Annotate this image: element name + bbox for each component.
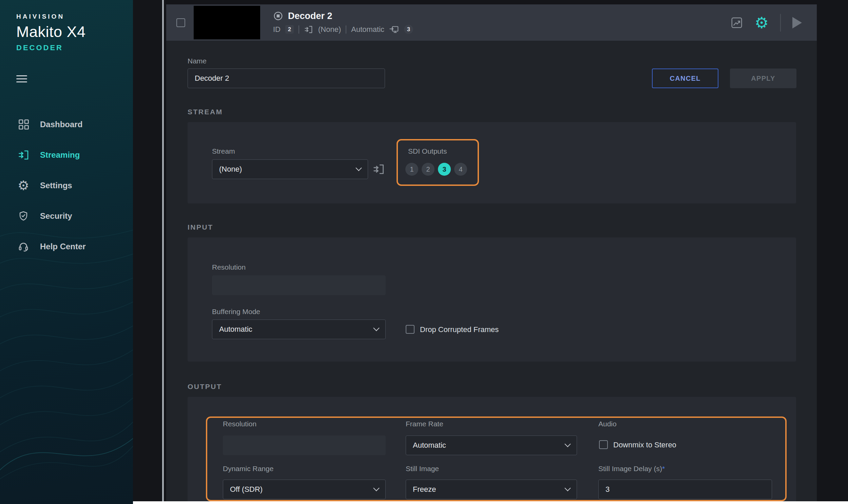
stream-icon <box>304 25 313 34</box>
drop-corrupted-frames-label: Drop Corrupted Frames <box>420 325 499 334</box>
chevron-down-icon <box>356 165 362 171</box>
sidebar-item-label: Dashboard <box>40 120 83 129</box>
dynamic-range-label: Dynamic Range <box>223 465 273 473</box>
id-label: ID <box>273 25 281 34</box>
dynamic-range-dropdown[interactable]: Off (SDR) <box>223 480 386 499</box>
output-section-heading: OUTPUT <box>187 382 222 391</box>
name-input[interactable] <box>187 69 385 88</box>
input-resolution-label: Resolution <box>212 263 246 271</box>
stream-link-icon <box>373 163 385 176</box>
input-section-panel: Resolution Buffering Mode Automatic Drop… <box>187 237 796 362</box>
settings-gear-icon: ⚙ <box>18 179 31 192</box>
still-image-delay-label-text: Still Image Delay (s) <box>598 465 662 472</box>
sdi-output-icon <box>389 24 399 35</box>
chevron-down-icon <box>564 485 571 491</box>
meta-divider <box>299 25 299 34</box>
makito-x4-app: HAIVISION Makito X4 DECODER Dashboard <box>0 0 848 504</box>
name-label: Name <box>187 57 206 65</box>
start-decoder-button[interactable] <box>792 17 802 29</box>
output-resolution-label: Resolution <box>223 420 256 428</box>
stream-select-dropdown[interactable]: (None) <box>212 159 368 179</box>
meta-divider <box>346 25 346 34</box>
shield-icon <box>18 210 31 222</box>
sdi-output-2-button[interactable]: 2 <box>422 163 434 176</box>
buffering-mode-label: Buffering Mode <box>212 308 260 316</box>
still-image-label: Still Image <box>406 465 439 473</box>
sidebar-item-dashboard[interactable]: Dashboard <box>0 109 133 140</box>
frame-rate-dropdown[interactable]: Automatic <box>406 435 577 455</box>
streaming-icon <box>18 148 31 161</box>
sidebar-item-label: Security <box>40 211 72 221</box>
sidebar-nav: Dashboard Streaming ⚙ Settings <box>0 109 133 262</box>
sidebar-item-security[interactable]: Security <box>0 201 133 231</box>
sidebar-item-settings[interactable]: ⚙ Settings <box>0 170 133 201</box>
input-resolution-field <box>212 275 386 295</box>
stream-select-label: Stream <box>212 147 235 155</box>
decoder-title: Decoder 2 <box>288 11 332 21</box>
headset-icon <box>18 240 31 253</box>
brand-product: Makito X4 <box>16 23 86 41</box>
output-count-badge: 3 <box>404 25 413 34</box>
page-bottom <box>133 501 848 504</box>
still-image-delay-input[interactable] <box>598 480 772 499</box>
annotation-sdi-outputs <box>397 139 479 186</box>
buffering-mode-dropdown[interactable]: Automatic <box>212 320 386 339</box>
brand-logo: HAIVISION Makito X4 DECODER <box>16 13 86 52</box>
still-image-dropdown[interactable]: Freeze <box>406 480 577 499</box>
input-section-heading: INPUT <box>187 223 213 231</box>
downmix-to-stereo-checkbox[interactable] <box>599 440 608 449</box>
gear-icon: ⚙ <box>755 15 769 31</box>
menu-toggle-button[interactable] <box>16 75 27 84</box>
frame-rate-value: Automatic <box>413 441 446 450</box>
sdi-outputs-group: 1 2 3 4 <box>405 163 467 176</box>
buffering-mode-value: Automatic <box>219 325 252 334</box>
sdi-output-1-button[interactable]: 1 <box>405 163 418 176</box>
sidebar-item-label: Settings <box>40 181 72 190</box>
video-thumbnail <box>194 6 260 39</box>
play-icon <box>792 17 802 29</box>
apply-button[interactable]: APPLY <box>730 69 796 88</box>
chevron-down-icon <box>373 325 379 331</box>
decoder-header-text: Decoder 2 ID 2 (None) Automatic <box>273 11 413 35</box>
chevron-down-icon <box>373 485 379 491</box>
sidebar-item-streaming[interactable]: Streaming <box>0 140 133 170</box>
chart-icon <box>730 16 743 29</box>
still-image-value: Freeze <box>413 485 436 494</box>
stream-section-panel: Stream (None) SDI Outputs 1 2 3 4 <box>187 122 796 203</box>
dynamic-range-value: Off (SDR) <box>230 485 263 494</box>
statistics-button[interactable] <box>730 16 743 29</box>
sidebar-item-label: Streaming <box>40 150 80 160</box>
sdi-output-4-button[interactable]: 4 <box>454 163 467 176</box>
scrollbar[interactable] <box>162 0 164 501</box>
stream-name: (None) <box>318 25 341 34</box>
sidebar-item-help-center[interactable]: Help Center <box>0 231 133 262</box>
id-badge: 2 <box>285 25 294 34</box>
still-image-delay-label: Still Image Delay (s)* <box>598 465 665 473</box>
brand-name: HAIVISION <box>16 13 86 20</box>
sidebar-item-label: Help Center <box>40 242 86 251</box>
decoder-header: Decoder 2 ID 2 (None) Automatic <box>166 4 817 41</box>
sidebar: HAIVISION Makito X4 DECODER Dashboard <box>0 0 133 504</box>
chevron-down-icon <box>564 441 571 447</box>
dashboard-icon <box>18 118 31 131</box>
stream-section-heading: STREAM <box>187 108 223 116</box>
audio-label: Audio <box>598 420 617 428</box>
decoder-meta: ID 2 (None) Automatic <box>273 24 413 35</box>
decoder-panel: Decoder 2 ID 2 (None) Automatic <box>166 4 817 504</box>
settings-button[interactable]: ⚙ <box>755 15 769 31</box>
decoder-header-actions: ⚙ <box>730 14 817 32</box>
header-actions-divider <box>780 14 781 32</box>
brand-subtitle: DECODER <box>16 43 86 52</box>
sdi-output-3-button[interactable]: 3 <box>438 163 451 176</box>
downmix-to-stereo-label: Downmix to Stereo <box>613 440 676 449</box>
required-marker: * <box>662 465 665 472</box>
sdi-outputs-label: SDI Outputs <box>408 147 447 155</box>
output-resolution-field <box>223 435 386 455</box>
cancel-button[interactable]: CANCEL <box>652 69 718 88</box>
drop-corrupted-frames-checkbox[interactable] <box>406 325 415 334</box>
stopped-status-icon <box>273 11 283 21</box>
output-section-panel: Resolution Frame Rate Automatic Audio Do… <box>187 397 796 504</box>
decoder-select-checkbox[interactable] <box>176 18 185 27</box>
stream-select-value: (None) <box>219 165 242 174</box>
frame-rate-label: Frame Rate <box>406 420 443 428</box>
